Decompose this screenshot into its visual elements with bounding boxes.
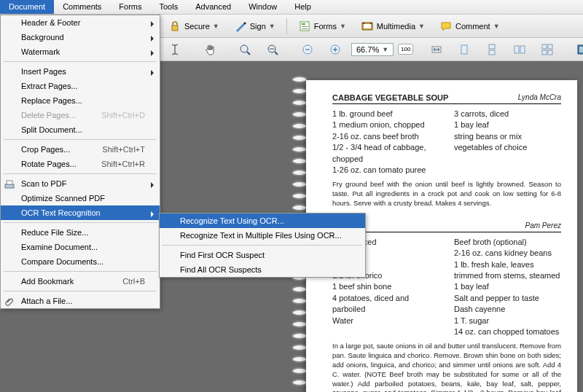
- sign-button[interactable]: Sign▼: [229, 17, 281, 35]
- menu-ocr-text-recognition[interactable]: OCR Text Recognition: [1, 205, 160, 220]
- zoom-out-icon: [266, 43, 279, 56]
- svg-rect-3: [302, 26, 308, 27]
- menu-split-document[interactable]: Split Document...: [1, 122, 160, 137]
- submenu-recognize-multiple[interactable]: Recognize Text in Multiple Files Using O…: [160, 228, 365, 243]
- sign-label: Sign: [250, 22, 266, 31]
- submenu-arrow-icon: [151, 211, 154, 217]
- separator: [4, 61, 157, 62]
- zoom-out-button[interactable]: [261, 41, 284, 58]
- paperclip-icon: [4, 296, 15, 307]
- recipe-instructions: Fry ground beef with the onion until bee…: [332, 180, 561, 208]
- text-select-tool[interactable]: [163, 41, 187, 58]
- page-icon: [458, 43, 471, 56]
- menu-document[interactable]: Document: [0, 0, 54, 14]
- menu-compare-documents[interactable]: Compare Documents...: [1, 254, 160, 269]
- menu-extract-pages[interactable]: Extract Pages...: [1, 79, 160, 93]
- recipe-author: Lynda McCra: [518, 93, 561, 102]
- submenu-find-all-suspects[interactable]: Find All OCR Suspects: [160, 262, 365, 277]
- svg-point-7: [363, 23, 364, 24]
- submenu-find-first-suspect[interactable]: Find First OCR Suspect: [160, 248, 365, 262]
- menu-header-footer[interactable]: Header & Footer: [1, 15, 160, 30]
- menu-watermark[interactable]: Watermark: [1, 44, 160, 59]
- menu-rotate-pages[interactable]: Rotate Pages...Shift+Ctrl+R: [1, 157, 160, 171]
- menu-help[interactable]: Help: [286, 0, 320, 14]
- form-icon: [298, 20, 311, 33]
- menu-background[interactable]: Background: [1, 30, 160, 44]
- comment-button[interactable]: Comment▼: [434, 17, 505, 35]
- fit-width-icon: [430, 43, 443, 56]
- continuous-icon: [485, 43, 498, 56]
- shortcut-label: Shift+Ctrl+D: [101, 111, 145, 119]
- menu-tools[interactable]: Tools: [151, 0, 187, 14]
- two-up-button[interactable]: [508, 41, 531, 58]
- menu-forms[interactable]: Forms: [110, 0, 150, 14]
- svg-rect-25: [542, 44, 547, 49]
- fullscreen-button[interactable]: [571, 41, 583, 58]
- chevron-down-icon: ▼: [340, 23, 346, 30]
- menu-crop-pages[interactable]: Crop Pages...Shift+Ctrl+T: [1, 142, 160, 157]
- zoom-level-box[interactable]: 66.7%▼: [351, 43, 394, 56]
- chevron-down-icon: ▼: [213, 23, 219, 30]
- recipe-instructions: In a large pot, saute onions in oil and …: [332, 342, 561, 392]
- svg-line-13: [275, 52, 278, 55]
- chevron-down-icon: ▼: [382, 46, 388, 53]
- menu-replace-pages[interactable]: Replace Pages...: [1, 93, 160, 108]
- separator: [163, 245, 362, 246]
- document-menu-dropdown: Header & Footer Background Watermark Ins…: [0, 15, 160, 309]
- continuous-button[interactable]: [480, 41, 504, 58]
- submenu-recognize-text[interactable]: Recognize Text Using OCR...: [160, 213, 365, 228]
- recipe-2: SOUPPam Perez nions, slicedoilguica1/2 l…: [332, 222, 561, 392]
- pen-icon: [234, 20, 247, 33]
- fullscreen-icon: [576, 43, 583, 56]
- zoom-100-button[interactable]: 100: [398, 44, 413, 55]
- magnify-icon: [238, 43, 251, 56]
- forms-label: Forms: [314, 22, 337, 31]
- separator: [4, 173, 157, 174]
- chevron-down-icon: ▼: [418, 23, 425, 30]
- two-up-continuous-button[interactable]: [536, 41, 559, 58]
- zoom-minus-button[interactable]: [296, 41, 319, 58]
- ingredients-col2: Beef broth (optional)2-16 oz. cans kidne…: [454, 237, 561, 338]
- svg-point-8: [370, 23, 372, 24]
- single-page-button[interactable]: [453, 41, 476, 58]
- multimedia-label: Multimedia: [377, 22, 415, 31]
- chevron-down-icon: ▼: [493, 23, 500, 30]
- menubar: Document Comments Forms Tools Advanced W…: [0, 0, 583, 15]
- comment-label: Comment: [455, 22, 490, 31]
- separator: [4, 291, 157, 291]
- fit-width-button[interactable]: [425, 41, 448, 58]
- scanner-icon: [4, 179, 15, 190]
- two-continuous-icon: [541, 43, 554, 56]
- menu-scan-to-pdf[interactable]: Scan to PDF: [1, 176, 160, 191]
- shortcut-label: Shift+Ctrl+R: [101, 160, 145, 168]
- shortcut-label: Shift+Ctrl+T: [102, 145, 145, 154]
- hand-tool[interactable]: [198, 41, 222, 58]
- multimedia-button[interactable]: Multimedia▼: [356, 17, 430, 35]
- svg-rect-4: [302, 28, 308, 29]
- lock-icon: [168, 20, 181, 33]
- svg-line-10: [247, 52, 250, 55]
- menu-window[interactable]: Window: [240, 0, 286, 14]
- submenu-arrow-icon: [151, 182, 154, 188]
- menu-attach-file[interactable]: Attach a File...: [1, 294, 160, 308]
- svg-rect-27: [542, 50, 547, 55]
- minus-icon: [301, 43, 314, 56]
- submenu-arrow-icon: [151, 21, 154, 27]
- secure-button[interactable]: Secure▼: [163, 17, 224, 35]
- menu-examine-document[interactable]: Examine Document...: [1, 240, 160, 254]
- separator: [4, 139, 157, 140]
- forms-button[interactable]: Forms▼: [293, 17, 351, 35]
- menu-comments[interactable]: Comments: [54, 0, 110, 14]
- svg-rect-22: [489, 50, 495, 55]
- menu-optimize-scanned[interactable]: Optimize Scanned PDF: [1, 191, 160, 205]
- menu-add-bookmark[interactable]: Add BookmarkCtrl+B: [1, 274, 160, 289]
- marquee-zoom[interactable]: [233, 41, 257, 58]
- menu-insert-pages[interactable]: Insert Pages: [1, 64, 160, 79]
- submenu-arrow-icon: [151, 50, 154, 56]
- menu-advanced[interactable]: Advanced: [187, 0, 240, 14]
- zoom-plus-button[interactable]: [324, 41, 347, 58]
- menu-reduce-file-size[interactable]: Reduce File Size...: [1, 225, 160, 240]
- recipe-title: CABBAGE VEGETABLE SOUP: [332, 93, 448, 102]
- separator: [4, 222, 157, 223]
- submenu-arrow-icon: [151, 36, 154, 42]
